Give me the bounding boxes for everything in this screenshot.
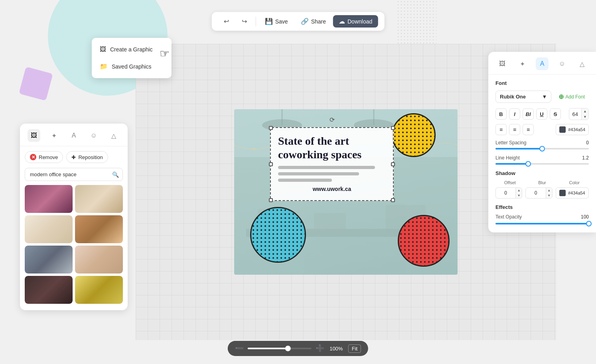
lp-tab-emoji[interactable]: ☺ [87,129,100,142]
opacity-thumb[interactable] [586,221,592,226]
handle-br[interactable] [391,198,395,202]
save-button[interactable]: 💾 Save [259,15,294,28]
circle-yellow [392,113,436,157]
handle-bl[interactable] [269,198,273,202]
strikethrough-icon: S [554,111,557,117]
thumb-image [75,276,123,304]
align-center-icon: ≡ [513,126,516,133]
redo-button[interactable]: ↪ [236,15,253,28]
right-panel: 🖼 ✦ A ☺ △ Font Rubik One ▼ ⊕ Add Font B … [488,52,596,232]
rp-tab-text[interactable]: A [536,57,549,70]
image-icon: 🖼 [100,46,106,53]
shadow-offset-label: Offset [495,180,525,185]
list-item[interactable] [75,276,123,304]
zoom-in-button[interactable]: ➕ [316,344,324,353]
font-size-value[interactable]: 64 [569,110,581,119]
lp-tab-shape[interactable]: △ [107,129,120,142]
add-font-button[interactable]: ⊕ Add Font [555,90,589,103]
text-box[interactable]: ⟳ State of the art coworking spaces www.… [270,127,394,201]
list-item[interactable] [75,246,123,273]
list-item[interactable] [75,185,123,213]
undo-icon: ↩ [224,18,229,25]
underline-button[interactable]: U [536,108,547,120]
reposition-button[interactable]: ✚ Reposition [66,151,108,163]
search-button[interactable]: 🔍 [112,171,119,178]
shadow-blur-arrows: ▲ ▼ [546,188,552,198]
font-size-up[interactable]: ▲ [581,108,588,114]
opacity-slider[interactable] [495,223,589,224]
handle-mr[interactable] [391,162,395,166]
font-size-down[interactable]: ▼ [581,114,588,120]
list-item[interactable] [25,276,73,304]
font-dropdown[interactable]: Rubik One ▼ [495,91,551,103]
save-icon: 💾 [265,18,273,25]
shadow-blur-up[interactable]: ▲ [546,188,552,193]
list-item[interactable] [25,185,73,213]
strikethrough-button[interactable]: S [550,108,561,120]
rp-tab-image[interactable]: 🖼 [496,57,509,70]
list-item[interactable] [75,215,123,243]
line-height-track[interactable] [495,163,589,165]
rp-tab-shape[interactable]: △ [576,57,588,70]
align-left-button[interactable]: ≡ [495,124,507,135]
letter-spacing-row: Letter Spacing 0 [495,140,589,150]
rotate-handle[interactable]: ⟳ [330,116,335,124]
reposition-icon: ✚ [71,154,76,160]
shadow-blur-down[interactable]: ▼ [546,193,552,198]
shadow-blur-value[interactable]: 0 [526,188,545,198]
rp-tab-emoji[interactable]: ☺ [556,57,568,70]
undo-button[interactable]: ↩ [218,15,235,28]
chevron-down-icon: ▼ [542,94,547,100]
download-button[interactable]: ☁ Download [333,15,378,28]
effects-section: Effects Text Opacity 100 [488,199,596,224]
share-button[interactable]: 🔗 Share [295,15,332,28]
zoom-out-button[interactable]: ➖ [235,344,244,353]
reposition-label: Reposition [78,154,103,160]
search-input[interactable] [25,168,123,181]
letter-spacing-track[interactable] [495,148,589,150]
rp-tab-magic[interactable]: ✦ [516,57,529,70]
main-text[interactable]: State of the art coworking spaces [278,134,386,161]
bg-decoration-dots1 [397,0,436,48]
shadow-offset-up[interactable]: ▲ [515,188,522,193]
handle-ml[interactable] [269,162,273,166]
font-section-title: Font [495,80,589,86]
lp-tab-image[interactable]: 🖼 [28,129,40,142]
align-right-button[interactable]: ≡ [523,124,534,135]
zoom-in-icon: ➕ [316,344,324,353]
remove-button[interactable]: ✕ Remove [25,151,63,163]
bold-italic-button[interactable]: BI [523,108,534,120]
zoom-bar: ➖ ➕ 100% Fit [228,341,368,356]
bold-button[interactable]: B [495,108,507,120]
text-line-2 [278,172,359,175]
search-icon: 🔍 [112,171,119,178]
url-text: www.uwork.ca [278,186,386,192]
lp-tab-text[interactable]: A [67,129,80,142]
letter-spacing-thumb[interactable] [539,146,545,152]
line-height-thumb[interactable] [525,161,531,167]
color-label: #434a54 [568,127,585,132]
align-center-button[interactable]: ≡ [509,124,520,135]
folder-icon: 📁 [100,63,108,70]
shadow-offset-value[interactable]: 0 [496,188,515,198]
lp-tab-magic[interactable]: ✦ [47,129,60,142]
saved-graphics-item[interactable]: 📁 Saved Graphics [92,58,172,75]
cursor: ☞ [160,47,170,60]
zoom-slider-fill [248,348,289,349]
shadow-color-swatch[interactable]: #434a54 [556,187,589,199]
line-height-row: Line Height 1.2 [495,155,589,165]
list-item[interactable] [25,246,73,273]
italic-button[interactable]: I [509,108,520,120]
zoom-out-icon: ➖ [235,344,244,353]
text-color-swatch[interactable]: #434a54 [556,124,589,135]
canvas-card[interactable]: ⟳ State of the art coworking spaces www.… [234,109,458,275]
handle-tl[interactable] [269,126,273,130]
zoom-fit-button[interactable]: Fit [348,344,361,353]
zoom-slider[interactable] [248,348,312,349]
list-item[interactable] [25,215,73,243]
zoom-slider-thumb[interactable] [285,346,291,351]
handle-tr[interactable] [391,126,395,130]
search-box: 🔍 [25,168,123,181]
shadow-offset-down[interactable]: ▼ [515,193,522,198]
toolbar-divider [256,17,256,26]
